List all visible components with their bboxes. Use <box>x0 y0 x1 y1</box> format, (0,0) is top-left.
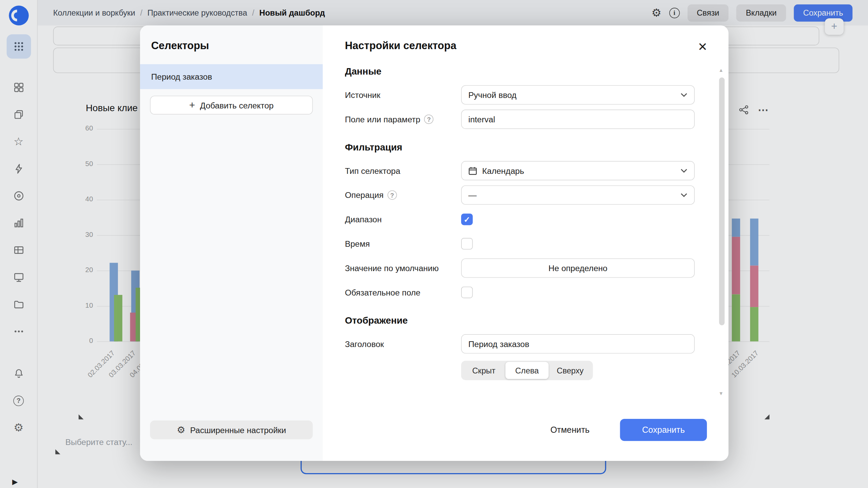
required-row: Обязательное поле <box>345 283 695 302</box>
title-placement-segmented: Скрыт Слева Сверху <box>461 361 593 380</box>
title-input-wrap <box>461 334 695 353</box>
calendar-icon <box>468 166 477 175</box>
title-label: Заголовок <box>345 339 461 349</box>
source-label: Источник <box>345 90 461 100</box>
advanced-settings-label: Расширенные настройки <box>190 425 286 435</box>
question-icon[interactable]: ? <box>424 115 434 124</box>
range-checkbox[interactable]: ✓ <box>461 214 473 225</box>
time-label: Время <box>345 239 461 248</box>
field-label: Поле или параметр ? <box>345 115 461 124</box>
placement-option-top[interactable]: Сверху <box>549 362 592 379</box>
selector-item-label: Период заказов <box>151 72 212 81</box>
default-value-text: Не определено <box>549 263 608 273</box>
placement-option-hidden[interactable]: Скрыт <box>462 362 505 379</box>
operation-select[interactable]: — <box>461 185 695 205</box>
selector-type-select[interactable]: Календарь <box>461 161 695 180</box>
close-icon[interactable]: ✕ <box>698 41 708 53</box>
dialog-footer: Отменить Сохранить <box>550 419 707 441</box>
source-select[interactable]: Ручной ввод <box>461 85 695 104</box>
dialog-save-button[interactable]: Сохранить <box>620 419 707 441</box>
advanced-settings-button[interactable]: ⚙ Расширенные настройки <box>150 421 313 440</box>
settings-title: Настройки селектора <box>345 40 728 52</box>
question-icon[interactable]: ? <box>388 190 397 200</box>
default-value-button[interactable]: Не определено <box>461 258 695 278</box>
selector-type-label: Тип селектора <box>345 166 461 176</box>
field-row: Поле или параметр ? <box>345 109 695 129</box>
app: ☆ <box>0 0 868 488</box>
operation-label: Операция ? <box>345 190 461 200</box>
title-row: Заголовок <box>345 334 695 353</box>
source-row: Источник Ручной ввод <box>345 85 695 104</box>
selector-list-item[interactable]: Период заказов <box>140 64 323 89</box>
field-input-wrap <box>461 109 695 129</box>
cancel-button[interactable]: Отменить <box>550 425 590 435</box>
field-input[interactable] <box>468 115 688 124</box>
default-value-row: Значение по умолчанию Не определено <box>345 258 695 278</box>
chevron-down-icon <box>680 192 688 198</box>
data-section-heading: Данные <box>345 66 695 78</box>
gear-icon: ⚙ <box>177 424 185 435</box>
time-checkbox[interactable] <box>461 238 473 249</box>
range-label: Диапазон <box>345 215 461 224</box>
chevron-down-icon <box>680 93 688 98</box>
scroll-up-arrow[interactable]: ▲ <box>718 67 724 73</box>
placement-option-left[interactable]: Слева <box>506 362 549 379</box>
plus-icon: + <box>189 100 195 110</box>
selectors-panel-title: Селекторы <box>151 40 323 52</box>
filter-section-heading: Фильтрация <box>345 142 695 154</box>
display-section-heading: Отображение <box>345 316 695 327</box>
operation-row: Операция ? — <box>345 185 695 205</box>
selectors-dialog: Селекторы Период заказов + Добавить селе… <box>140 25 729 461</box>
add-selector-button[interactable]: + Добавить селектор <box>150 96 313 115</box>
title-input[interactable] <box>468 339 688 349</box>
default-value-label: Значение по умолчанию <box>345 263 461 273</box>
settings-scroll-area: Данные Источник Ручной ввод Поле или пар… <box>345 64 695 384</box>
add-selector-label: Добавить селектор <box>200 100 274 110</box>
scrollbar-thumb[interactable] <box>719 78 725 325</box>
chevron-down-icon <box>680 168 688 173</box>
time-row: Время <box>345 234 695 253</box>
operation-value: — <box>468 190 675 200</box>
required-checkbox[interactable] <box>461 287 473 298</box>
selector-type-row: Тип селектора Календарь <box>345 161 695 180</box>
scroll-down-arrow[interactable]: ▼ <box>718 391 724 396</box>
selector-settings-panel: Настройки селектора ✕ Данные Источник Ру… <box>323 25 729 461</box>
selector-type-value: Календарь <box>482 166 675 176</box>
range-row: Диапазон ✓ <box>345 210 695 229</box>
required-label: Обязательное поле <box>345 288 461 297</box>
source-value: Ручной ввод <box>468 90 675 100</box>
selectors-panel: Селекторы Период заказов + Добавить селе… <box>140 25 323 461</box>
